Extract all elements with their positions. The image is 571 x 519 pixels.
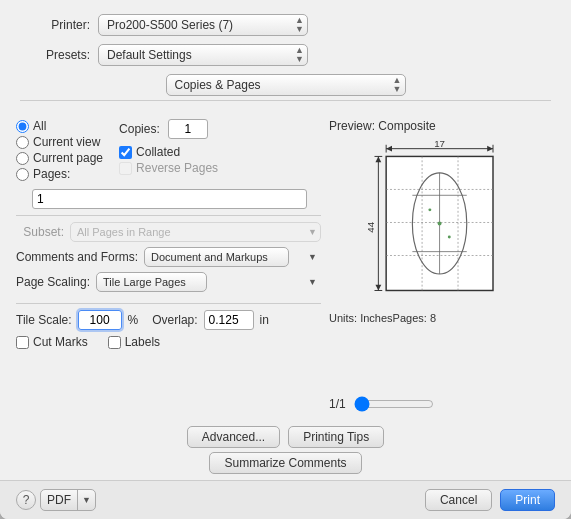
tile-scale-label: Tile Scale:: [16, 313, 72, 327]
radio-current-view-row: Current view: [16, 135, 103, 149]
bottom-buttons: Advanced... Printing Tips Summarize Comm…: [0, 420, 571, 480]
page-scaling-label: Page Scaling:: [16, 275, 90, 289]
collated-row: Collated: [119, 145, 218, 159]
svg-text:44: 44: [365, 221, 376, 232]
overlap-label: Overlap:: [152, 313, 197, 327]
comments-forms-label: Comments and Forms:: [16, 250, 138, 264]
separator-1: [16, 215, 321, 216]
svg-point-22: [438, 222, 442, 226]
separator-2: [16, 303, 321, 304]
page-scaling-row: Page Scaling: Tile Large Pages ▼: [16, 272, 321, 292]
copies-row: Copies:: [119, 119, 218, 139]
cut-marks-checkbox[interactable]: [16, 336, 29, 349]
subset-label: Subset:: [16, 225, 64, 239]
help-button[interactable]: ?: [16, 490, 36, 510]
presets-select[interactable]: Default Settings: [98, 44, 308, 66]
radio-pages-label: Pages:: [33, 167, 70, 181]
reverse-pages-checkbox[interactable]: [119, 162, 132, 175]
copies-label: Copies:: [119, 122, 160, 136]
radios-column: All Current view Current page Pages:: [16, 119, 103, 183]
printer-select-wrapper: Pro200-S500 Series (7) ▲▼: [98, 14, 308, 36]
section-select[interactable]: Copies & Pages: [166, 74, 406, 96]
left-panel: All Current view Current page Pages:: [16, 119, 321, 414]
section-select-wrapper: Copies & Pages ▲▼: [166, 74, 406, 96]
overlap-input[interactable]: [204, 310, 254, 330]
radio-current-page-label: Current page: [33, 151, 103, 165]
labels-checkbox[interactable]: [108, 336, 121, 349]
btn-row-2: Summarize Comments: [209, 452, 361, 474]
preview-label: Preview: Composite: [329, 119, 555, 133]
page-scaling-select[interactable]: Tile Large Pages: [96, 272, 207, 292]
presets-label: Presets:: [20, 48, 90, 62]
preview-svg: 17 44: [329, 137, 555, 307]
subset-select-wrapper: All Pages in Range ▼: [70, 222, 321, 242]
print-button[interactable]: Print: [500, 489, 555, 511]
presets-row: Presets: Default Settings ▲▼: [20, 44, 551, 66]
footer-right: Cancel Print: [425, 489, 555, 511]
copies-input[interactable]: [168, 119, 208, 139]
printing-tips-button[interactable]: Printing Tips: [288, 426, 384, 448]
radio-current-view-label: Current view: [33, 135, 100, 149]
printer-label: Printer:: [20, 18, 90, 32]
svg-point-23: [428, 208, 431, 211]
copies-and-radios: All Current view Current page Pages:: [16, 119, 321, 183]
page-number: 1/1: [329, 397, 346, 411]
tile-scale-input[interactable]: [78, 310, 122, 330]
printer-select[interactable]: Pro200-S500 Series (7): [98, 14, 308, 36]
cut-marks-label: Cut Marks: [33, 335, 88, 349]
page-scaling-arrow-icon: ▼: [308, 277, 317, 287]
section-row: Copies & Pages ▲▼: [20, 74, 551, 101]
preview-area: 17 44: [329, 137, 555, 394]
radio-current-page[interactable]: [16, 152, 29, 165]
svg-marker-10: [375, 156, 381, 162]
svg-marker-11: [375, 285, 381, 291]
comments-forms-select-wrapper: Document and Markups ▼: [144, 247, 321, 267]
page-scaling-select-wrapper: Tile Large Pages ▼: [96, 272, 321, 292]
preview-units: Units: InchesPages: 8: [329, 312, 555, 324]
radio-all[interactable]: [16, 120, 29, 133]
middle-section: All Current view Current page Pages:: [0, 113, 571, 420]
reverse-pages-label: Reverse Pages: [136, 161, 218, 175]
print-dialog: Printer: Pro200-S500 Series (7) ▲▼ Prese…: [0, 0, 571, 519]
svg-text:17: 17: [434, 138, 445, 149]
labels-label: Labels: [125, 335, 160, 349]
comments-forms-select[interactable]: Document and Markups: [144, 247, 289, 267]
subset-row: Subset: All Pages in Range ▼: [16, 222, 321, 242]
radio-pages-row: Pages:: [16, 167, 103, 181]
pdf-label: PDF: [41, 493, 77, 507]
radio-current-page-row: Current page: [16, 151, 103, 165]
labels-checkbox-row: Labels: [108, 335, 160, 349]
reverse-pages-row: Reverse Pages: [119, 161, 218, 175]
footer: ? PDF ▼ Cancel Print: [0, 480, 571, 519]
radio-current-view[interactable]: [16, 136, 29, 149]
cancel-button[interactable]: Cancel: [425, 489, 492, 511]
pdf-dropdown-arrow-icon: ▼: [77, 490, 95, 510]
collated-checkbox[interactable]: [119, 146, 132, 159]
tile-scale-row: Tile Scale: % Overlap: in: [16, 310, 321, 330]
radio-pages[interactable]: [16, 168, 29, 181]
footer-left: ? PDF ▼: [16, 489, 96, 511]
overlap-unit: in: [260, 313, 269, 327]
top-section: Printer: Pro200-S500 Series (7) ▲▼ Prese…: [0, 0, 571, 113]
cut-marks-row: Cut Marks Labels: [16, 335, 321, 351]
presets-select-wrapper: Default Settings ▲▼: [98, 44, 308, 66]
comments-forms-arrow-icon: ▼: [308, 252, 317, 262]
subset-select[interactable]: All Pages in Range: [70, 222, 321, 242]
summarize-comments-button[interactable]: Summarize Comments: [209, 452, 361, 474]
svg-marker-4: [386, 146, 392, 152]
collated-label: Collated: [136, 145, 180, 159]
pdf-button[interactable]: PDF ▼: [40, 489, 96, 511]
btn-row-1: Advanced... Printing Tips: [187, 426, 384, 448]
page-slider[interactable]: [354, 396, 434, 412]
advanced-button[interactable]: Advanced...: [187, 426, 280, 448]
svg-point-24: [448, 236, 451, 239]
comments-forms-row: Comments and Forms: Document and Markups…: [16, 247, 321, 267]
cut-marks-checkbox-row: Cut Marks: [16, 335, 88, 349]
pagination-row: 1/1: [329, 396, 555, 414]
copies-column: Copies: Collated Reverse Pages: [119, 119, 218, 183]
svg-marker-5: [487, 146, 493, 152]
printer-row: Printer: Pro200-S500 Series (7) ▲▼: [20, 14, 551, 36]
pages-input[interactable]: [32, 189, 307, 209]
radio-all-row: All: [16, 119, 103, 133]
radio-all-label: All: [33, 119, 46, 133]
